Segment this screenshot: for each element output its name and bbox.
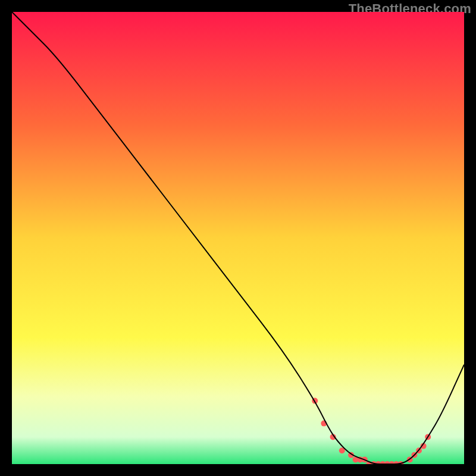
bottleneck-chart (12, 12, 464, 464)
chart-background (12, 12, 464, 464)
chart-root: TheBottleneck.com (0, 0, 476, 476)
